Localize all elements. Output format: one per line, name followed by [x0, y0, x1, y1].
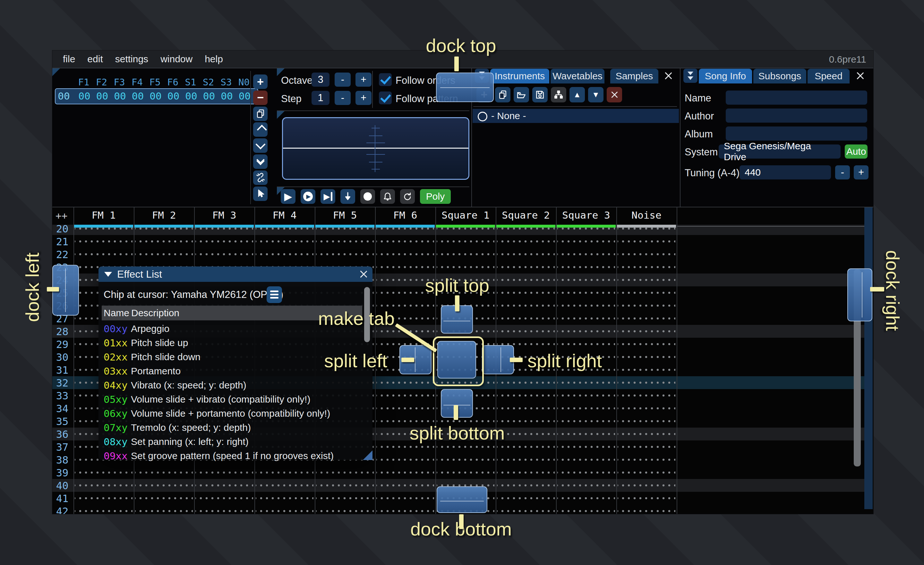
pattern-cell[interactable]	[618, 376, 675, 389]
pattern-cell[interactable]	[557, 440, 615, 453]
tab-speed[interactable]: Speed	[807, 69, 850, 83]
delete-icon[interactable]	[607, 87, 622, 102]
tuning-plus-button[interactable]: +	[854, 165, 868, 179]
tab-list-button[interactable]	[683, 69, 698, 83]
pattern-cell[interactable]	[75, 479, 132, 492]
next-order-icon[interactable]: ▶	[321, 189, 335, 204]
octave-value[interactable]: 3	[312, 72, 330, 87]
step-plus-button[interactable]: +	[356, 91, 372, 105]
menu-edit[interactable]: edit	[81, 54, 109, 64]
pattern-cell[interactable]	[376, 248, 434, 261]
move-up-icon[interactable]	[253, 122, 268, 137]
author-field[interactable]	[726, 108, 867, 123]
pattern-cell[interactable]	[135, 248, 193, 261]
pattern-cell[interactable]	[256, 505, 314, 514]
pattern-cell[interactable]	[497, 299, 555, 312]
pattern-cell[interactable]	[195, 466, 253, 479]
pattern-cell[interactable]	[618, 248, 675, 261]
effect-row[interactable]: 05xyVolume slide + vibrato (compatibilit…	[99, 392, 372, 406]
pattern-cell[interactable]	[135, 235, 193, 248]
effect-row[interactable]: 08xySet panning (x: left; y: right)	[99, 435, 372, 449]
pattern-cell[interactable]	[256, 492, 314, 505]
pattern-cell[interactable]	[497, 402, 555, 415]
pattern-row[interactable]: 21	[52, 235, 864, 248]
pattern-cell[interactable]	[497, 376, 555, 389]
pattern-cell[interactable]	[618, 415, 675, 428]
pattern-cell[interactable]	[557, 389, 615, 402]
remove-icon[interactable]: −	[253, 90, 268, 105]
close-panel-icon[interactable]	[854, 69, 867, 83]
pattern-cell[interactable]	[497, 479, 555, 492]
dock-hint-right[interactable]	[848, 268, 872, 322]
pattern-cell[interactable]	[376, 376, 434, 389]
pattern-cell[interactable]	[376, 389, 434, 402]
record-icon[interactable]	[360, 189, 375, 204]
pattern-cell[interactable]	[618, 440, 675, 453]
pattern-cell[interactable]	[497, 248, 555, 261]
pattern-cell[interactable]	[618, 273, 675, 286]
pattern-cell[interactable]	[497, 415, 555, 428]
pattern-cell[interactable]	[436, 466, 494, 479]
pattern-cell[interactable]	[557, 235, 615, 248]
channel-header-fm-5[interactable]: FM 5	[333, 209, 357, 221]
auto-system-button[interactable]: Auto	[845, 144, 867, 159]
collapse-icon[interactable]	[104, 272, 112, 277]
pattern-cell[interactable]	[557, 261, 615, 273]
duplicate-icon[interactable]	[495, 87, 510, 102]
follow-orders-checkbox[interactable]	[379, 73, 392, 86]
step-value[interactable]: 1	[312, 91, 330, 105]
close-window-icon[interactable]	[357, 267, 370, 281]
instrument-list-item[interactable]: - None -	[472, 109, 679, 123]
pattern-cell[interactable]	[376, 261, 434, 273]
pattern-row[interactable]: 22	[52, 248, 864, 261]
pattern-cell[interactable]	[618, 389, 675, 402]
pattern-cell[interactable]	[135, 492, 193, 505]
pattern-cell[interactable]	[75, 492, 132, 505]
pattern-cell[interactable]	[256, 466, 314, 479]
pattern-cell[interactable]	[497, 312, 555, 325]
order-cell[interactable]: 00	[150, 90, 161, 102]
pattern-cell[interactable]	[618, 299, 675, 312]
step-minus-button[interactable]: -	[334, 91, 351, 105]
order-cell[interactable]: 00	[239, 90, 250, 102]
menu-settings[interactable]: settings	[109, 54, 154, 64]
pattern-cell[interactable]	[497, 428, 555, 440]
pattern-cell[interactable]	[557, 299, 615, 312]
save-icon[interactable]	[532, 87, 548, 102]
dock-hint-top[interactable]	[436, 72, 494, 102]
tab-wavetables[interactable]: Wavetables	[550, 69, 604, 83]
pattern-cell[interactable]	[497, 286, 555, 299]
channel-header-fm-1[interactable]: FM 1	[92, 209, 116, 221]
order-cell[interactable]: 00	[96, 90, 108, 102]
open-icon[interactable]	[514, 87, 529, 102]
pattern-cell[interactable]	[376, 235, 434, 248]
pattern-cell[interactable]	[557, 312, 615, 325]
pattern-cell[interactable]	[557, 376, 615, 389]
add-icon[interactable]: +	[253, 75, 268, 89]
unlink-icon[interactable]	[253, 170, 268, 185]
pattern-cell[interactable]	[557, 248, 615, 261]
pattern-cell[interactable]	[376, 492, 434, 505]
pattern-cell[interactable]	[618, 235, 675, 248]
pattern-cell[interactable]	[135, 479, 193, 492]
tab-samples[interactable]: Samples	[610, 69, 658, 83]
pattern-cell[interactable]	[316, 466, 374, 479]
pattern-cell[interactable]	[618, 325, 675, 338]
pattern-cell[interactable]	[557, 286, 615, 299]
effect-list-menu-button[interactable]	[267, 286, 282, 303]
add-channel-button[interactable]: ++	[56, 210, 68, 221]
effect-list-titlebar[interactable]: Effect List	[99, 266, 372, 282]
pattern-cell[interactable]	[436, 261, 494, 273]
pattern-cell[interactable]	[436, 248, 494, 261]
close-panel-icon[interactable]	[662, 69, 675, 83]
pattern-cell[interactable]	[316, 248, 374, 261]
pattern-cell[interactable]	[497, 492, 555, 505]
pattern-cell[interactable]	[618, 364, 675, 376]
pattern-cell[interactable]	[316, 492, 374, 505]
pattern-cell[interactable]	[497, 235, 555, 248]
duplicate-icon[interactable]	[253, 107, 268, 121]
pattern-cell[interactable]	[618, 350, 675, 364]
pattern-cell[interactable]	[557, 466, 615, 479]
split-hint-right[interactable]	[482, 345, 514, 374]
effect-row[interactable]: 06xyVolume slide + portamento (compatibi…	[99, 406, 372, 421]
